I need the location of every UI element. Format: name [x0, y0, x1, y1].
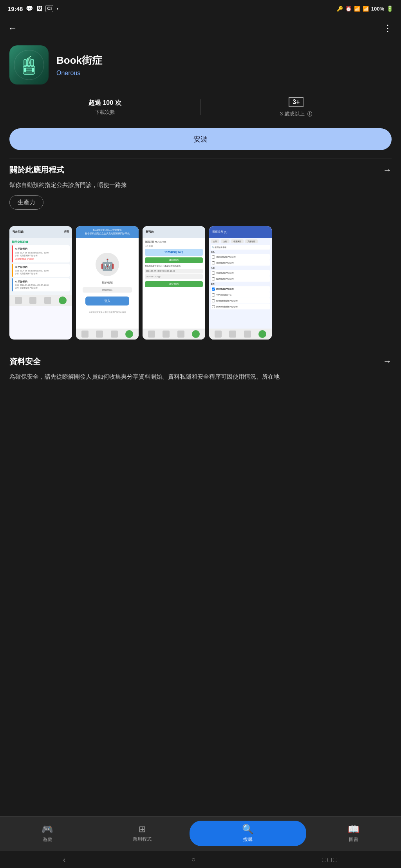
- app-icon: [9, 45, 49, 84]
- svg-rect-4: [31, 59, 34, 66]
- status-left: 19:48 💬 🖼 Ci ●: [8, 5, 58, 12]
- bottom-nav: 🎮 遊戲 ⊞ 應用程式 🔍 搜尋 📖 圖書: [0, 816, 401, 851]
- search-icon: 🔍: [242, 824, 254, 835]
- screenshot-4[interactable]: 選擇診所 (4) 全部 九龍 香港東部 支援地區 🔍 搜尋診所名稱 港島: [209, 226, 272, 340]
- app-title: Book街症: [56, 54, 102, 67]
- install-button[interactable]: 安裝: [9, 128, 392, 150]
- app-info: Book街症 Onerous: [56, 54, 102, 77]
- books-icon: 📖: [348, 824, 359, 835]
- screenshot-1[interactable]: 預約記錄 篩選 顯示全部紀錄 #3 門診預約 日期: 2024-08-10 (星…: [9, 226, 72, 340]
- ci-icon: Ci: [45, 5, 53, 12]
- screenshot-3[interactable]: 新預約 確認記錄 NO123456 出生日期 1979年5月14日 繼續預約 幫…: [143, 226, 205, 340]
- stats-row: 超過 100 次 下載次數 3+ 3 歲或以上 ℹ: [0, 91, 401, 124]
- key-icon: 🔑: [337, 6, 343, 12]
- svg-point-10: [32, 70, 34, 72]
- nav-item-books[interactable]: 📖 圖書: [306, 824, 401, 843]
- about-header: 關於此應用程式 →: [9, 165, 392, 175]
- apps-label: 應用程式: [133, 836, 152, 843]
- games-icon: 🎮: [42, 824, 53, 835]
- about-description: 幫你自動預約指定公共診所門診，唔使一路揀: [9, 181, 392, 190]
- safety-header: 資料安全 →: [9, 356, 392, 367]
- books-label: 圖書: [349, 836, 358, 843]
- app-developer: Onerous: [56, 70, 102, 77]
- whatsapp-icon: 💬: [26, 5, 33, 12]
- nav-item-search[interactable]: 🔍 搜尋: [190, 821, 306, 846]
- games-label: 遊戲: [43, 836, 52, 843]
- status-time: 19:48: [8, 5, 23, 12]
- svg-rect-2: [24, 59, 27, 66]
- tags-row: 生產力: [9, 195, 392, 210]
- more-button[interactable]: ⋮: [383, 23, 393, 33]
- screenshot-2[interactable]: Book街症利用人工智能技術整合預約指定公立公共及地區醫療門診系統 🤖 預約账號…: [76, 226, 139, 340]
- alarm-icon: ⏰: [345, 6, 352, 12]
- system-home-button[interactable]: ○: [180, 852, 208, 867]
- about-title: 關於此應用程式: [9, 165, 64, 175]
- downloads-value: 超過 100 次: [89, 99, 121, 107]
- battery-percent: 100%: [371, 6, 384, 12]
- search-label: 搜尋: [243, 836, 253, 843]
- app-header: Book街症 Onerous: [0, 39, 401, 91]
- system-nav: ‹ ○ ▢▢▢: [0, 851, 401, 868]
- system-recent-button[interactable]: ▢▢▢: [310, 853, 350, 866]
- dot-icon: ●: [56, 7, 58, 11]
- tag-productivity[interactable]: 生產力: [9, 195, 43, 210]
- install-section: 安裝: [0, 124, 401, 158]
- svg-point-9: [24, 70, 26, 72]
- screenshots-row: 預約記錄 篩選 顯示全部紀錄 #3 門診預約 日期: 2024-08-10 (星…: [9, 222, 392, 343]
- data-safety-section: 資料安全 → 為確保安全，請先從瞭解開發人員如何收集與分享資料開始。資料私隱和安…: [0, 350, 401, 389]
- nav-item-games[interactable]: 🎮 遊戲: [0, 824, 95, 843]
- gallery-icon: 🖼: [36, 5, 42, 12]
- about-section: 關於此應用程式 → 幫你自動預約指定公共診所門診，唔使一路揀 生產力: [0, 158, 401, 216]
- top-nav: ← ⋮: [0, 17, 401, 39]
- status-bar: 19:48 💬 🖼 Ci ● 🔑 ⏰ 📶 📶 100% 🔋: [0, 0, 401, 17]
- battery-icon: 🔋: [387, 5, 393, 12]
- status-right: 🔑 ⏰ 📶 📶 100% 🔋: [337, 5, 393, 12]
- nav-item-apps[interactable]: ⊞ 應用程式: [95, 824, 190, 843]
- downloads-stat: 超過 100 次 下載次數: [9, 99, 200, 116]
- rating-box: 3+: [289, 97, 303, 107]
- screenshots-section: 預約記錄 篩選 顯示全部紀錄 #3 門診預約 日期: 2024-08-10 (星…: [0, 216, 401, 350]
- svg-point-7: [24, 68, 26, 70]
- safety-title: 資料安全: [9, 356, 41, 367]
- wifi-icon: 📶: [354, 6, 360, 12]
- rating-label: 3 歲或以上 ℹ: [280, 110, 312, 117]
- rating-stat: 3+ 3 歲或以上 ℹ: [201, 97, 392, 117]
- system-back-button[interactable]: ‹: [51, 852, 78, 867]
- safety-arrow[interactable]: →: [383, 356, 392, 367]
- back-button[interactable]: ←: [8, 23, 17, 34]
- svg-point-8: [32, 68, 34, 70]
- downloads-label: 下載次數: [95, 109, 115, 116]
- apps-icon: ⊞: [139, 824, 146, 834]
- safety-description: 為確保安全，請先從瞭解開發人員如何收集與分享資料開始。資料私隱和安全程序可因使用…: [9, 372, 392, 381]
- about-arrow[interactable]: →: [383, 165, 392, 175]
- signal-icon: 📶: [363, 6, 369, 12]
